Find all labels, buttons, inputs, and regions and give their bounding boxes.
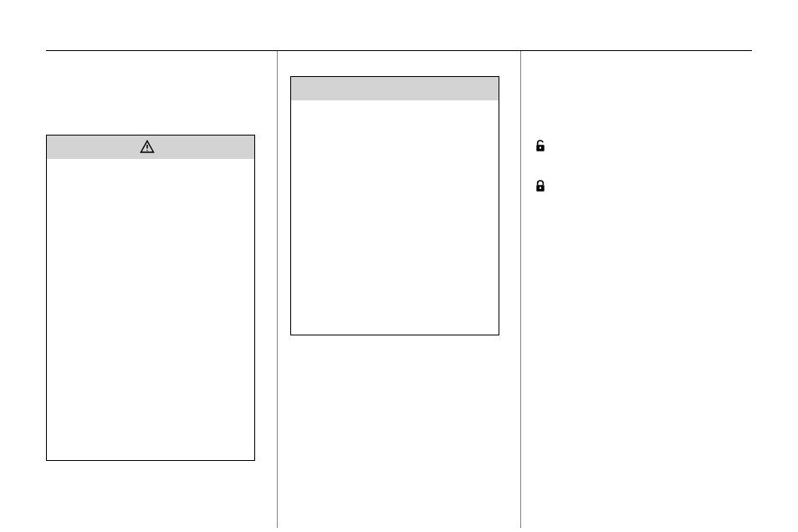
locks-container — [534, 139, 752, 192]
column-1 — [46, 51, 277, 528]
svg-rect-3 — [540, 146, 541, 149]
svg-rect-5 — [540, 187, 541, 189]
unlock-icon — [534, 139, 547, 152]
lock-row — [534, 179, 752, 192]
notice-header — [291, 77, 499, 100]
warning-triangle-icon — [140, 140, 155, 155]
unlock-row — [534, 139, 752, 152]
warning-box — [46, 135, 255, 461]
column-2 — [277, 51, 521, 528]
column-3 — [520, 51, 752, 528]
svg-point-1 — [146, 150, 148, 151]
page-container — [46, 50, 752, 528]
notice-body — [291, 100, 499, 335]
lock-icon — [534, 179, 547, 192]
warning-header — [47, 136, 254, 159]
notice-box — [290, 76, 499, 335]
warning-body — [47, 159, 254, 460]
columns-layout — [46, 51, 752, 528]
